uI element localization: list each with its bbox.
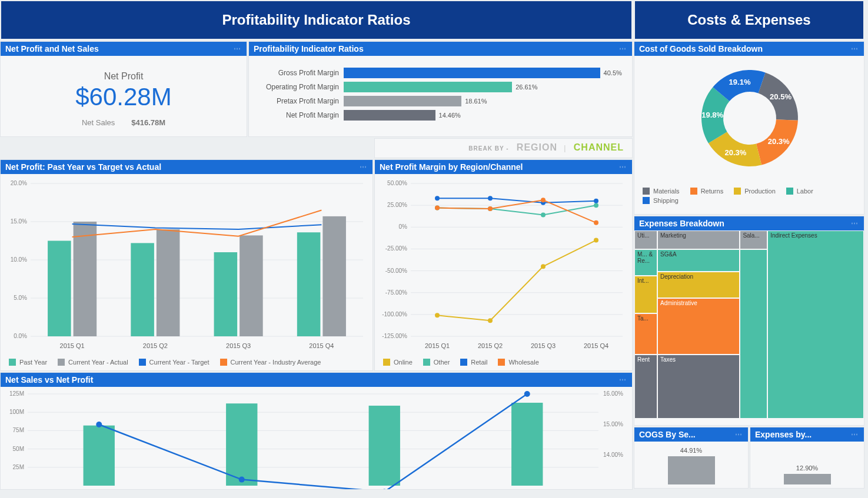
svg-rect-74 bbox=[511, 403, 543, 486]
svg-text:20.3%: 20.3% bbox=[768, 137, 790, 146]
svg-rect-16 bbox=[214, 252, 238, 336]
treemap-cell[interactable]: Sala... bbox=[740, 230, 767, 249]
panel-header: Cost of Goods Sold Breakdown ⋯ bbox=[634, 42, 864, 56]
panel-menu-icon[interactable]: ⋯ bbox=[851, 219, 859, 228]
breakby-label: BREAK BY - bbox=[468, 145, 508, 152]
panel-menu-icon[interactable]: ⋯ bbox=[735, 430, 743, 439]
panel-header: COGS By Se... ⋯ bbox=[634, 427, 748, 442]
svg-text:10.0%: 10.0% bbox=[11, 256, 27, 263]
svg-point-77 bbox=[381, 489, 387, 489]
legend-item[interactable]: Current Year - Industry Average bbox=[220, 359, 321, 366]
hbar-value: 40.5% bbox=[604, 68, 622, 78]
svg-text:20.0%: 20.0% bbox=[11, 180, 27, 186]
panel-header: Profitability Indicator Ratios ⋯ bbox=[249, 42, 632, 56]
panel-menu-icon[interactable]: ⋯ bbox=[619, 376, 627, 384]
mini-bar-label: 44.91% bbox=[668, 447, 715, 454]
panel-pir: Profitability Indicator Ratios ⋯ Gross P… bbox=[248, 41, 633, 137]
panel-menu-icon[interactable]: ⋯ bbox=[234, 45, 242, 53]
legend-item[interactable]: Current Year - Target bbox=[139, 359, 209, 366]
hbar-fill bbox=[344, 110, 435, 121]
legend-item[interactable]: Wholesale bbox=[498, 359, 538, 366]
svg-text:14.00%: 14.00% bbox=[603, 452, 623, 458]
panel-header: Expenses by... ⋯ bbox=[750, 427, 864, 442]
svg-text:25M: 25M bbox=[13, 464, 24, 470]
hbar-row: Operating Profit Margin26.61% bbox=[252, 82, 628, 92]
svg-rect-14 bbox=[157, 229, 180, 336]
svg-text:125M: 125M bbox=[9, 390, 24, 397]
svg-text:50.00%: 50.00% bbox=[387, 180, 407, 186]
mini-bar: 12.90% bbox=[784, 474, 831, 484]
hbar-label: Net Profit Margin bbox=[252, 111, 344, 119]
hbar-fill bbox=[344, 68, 600, 78]
svg-rect-71 bbox=[84, 426, 115, 486]
treemap-cell[interactable] bbox=[740, 249, 767, 419]
treemap-cell[interactable]: SG&A bbox=[657, 249, 740, 272]
svg-text:-125.00%: -125.00% bbox=[382, 333, 407, 339]
treemap-cell[interactable]: Rent bbox=[634, 355, 657, 419]
svg-rect-73 bbox=[369, 406, 400, 486]
legend-item[interactable]: Materials bbox=[643, 188, 680, 195]
legend-item[interactable]: Past Year bbox=[9, 359, 47, 366]
svg-rect-17 bbox=[240, 235, 263, 336]
breakby-option-region[interactable]: REGION bbox=[517, 142, 557, 152]
hbar-row: Pretax Profit Margin18.61% bbox=[252, 96, 628, 106]
treemap-cell[interactable]: Uti... bbox=[634, 230, 657, 249]
panel-net-profit: Net Profit and Net Sales ⋯ Net Profit $6… bbox=[0, 41, 247, 137]
legend-item[interactable]: Production bbox=[734, 188, 776, 195]
svg-rect-11 bbox=[74, 222, 97, 336]
svg-rect-10 bbox=[48, 241, 71, 337]
panel-title: Net Profit Margin by Region/Channel bbox=[380, 162, 523, 172]
treemap-cell[interactable]: Depreciation bbox=[657, 272, 740, 298]
svg-text:50M: 50M bbox=[13, 446, 24, 452]
legend-item[interactable]: Labor bbox=[786, 188, 813, 195]
legend-item[interactable]: Shipping bbox=[643, 197, 679, 204]
svg-text:19.8%: 19.8% bbox=[701, 111, 723, 119]
svg-text:100M: 100M bbox=[9, 409, 24, 415]
panel-menu-icon[interactable]: ⋯ bbox=[851, 45, 859, 53]
svg-text:2015 Q4: 2015 Q4 bbox=[584, 342, 608, 349]
panel-header: Net Profit and Net Sales ⋯ bbox=[1, 42, 247, 56]
chart-expenses-treemap: Uti...M... & Re...Int...Ta...RentMarketi… bbox=[634, 230, 864, 419]
panel-cogs-by-se: COGS By Se... ⋯ 44.91% bbox=[634, 427, 749, 489]
net-sales-value: $416.78M bbox=[131, 118, 165, 127]
panel-header: Expenses Breakdown ⋯ bbox=[634, 216, 864, 230]
panel-menu-icon[interactable]: ⋯ bbox=[619, 163, 627, 171]
main-header-left: Profitability Indicator Ratios bbox=[1, 1, 631, 39]
panel-past-vs-target: Net Profit: Past Year vs Target vs Actua… bbox=[0, 159, 373, 371]
hbar-label: Pretax Profit Margin bbox=[252, 97, 344, 105]
panel-header: Net Profit: Past Year vs Target vs Actua… bbox=[1, 160, 373, 174]
treemap-cell[interactable]: M... & Re... bbox=[634, 249, 657, 276]
svg-text:2015 Q2: 2015 Q2 bbox=[478, 342, 503, 349]
panel-title: Profitability Indicator Ratios bbox=[254, 44, 364, 54]
legend-item[interactable]: Retail bbox=[460, 359, 487, 366]
panel-menu-icon[interactable]: ⋯ bbox=[619, 45, 627, 53]
svg-rect-13 bbox=[131, 243, 154, 336]
treemap-cell[interactable]: Marketing bbox=[657, 230, 740, 249]
legend-item[interactable]: Current Year - Actual bbox=[58, 359, 128, 366]
panel-sales-vs-profit: Net Sales vs Net Profit ⋯ 25M50M75M100M1… bbox=[0, 372, 633, 490]
treemap-cell[interactable]: Int... bbox=[634, 276, 657, 313]
treemap-cell[interactable]: Indirect Expenses bbox=[767, 230, 864, 419]
breakby-option-channel[interactable]: CHANNEL bbox=[574, 142, 624, 152]
svg-text:-100.00%: -100.00% bbox=[382, 311, 407, 317]
panel-cogs-donut: Cost of Goods Sold Breakdown ⋯ 20.5%20.3… bbox=[634, 41, 864, 215]
svg-text:15.00%: 15.00% bbox=[603, 421, 623, 427]
panel-menu-icon[interactable]: ⋯ bbox=[851, 430, 859, 439]
svg-text:-50.00%: -50.00% bbox=[385, 268, 407, 274]
chart-past-vs-target: 0.0%5.0%10.0%15.0%20.0%2015 Q12015 Q2201… bbox=[4, 178, 369, 354]
treemap-cell[interactable]: Administrative bbox=[657, 298, 740, 355]
legend-item[interactable]: Returns bbox=[690, 188, 724, 195]
legend-item[interactable]: Other bbox=[423, 359, 450, 366]
treemap-cell[interactable]: Ta... bbox=[634, 313, 657, 355]
legend-item[interactable]: Online bbox=[383, 359, 413, 366]
svg-text:19.1%: 19.1% bbox=[729, 78, 751, 86]
chart-sales-vs-profit: 25M50M75M100M125M14.00%15.00%16.00% bbox=[4, 390, 628, 489]
treemap-cell[interactable]: Taxes bbox=[657, 355, 740, 419]
svg-text:2015 Q2: 2015 Q2 bbox=[143, 342, 168, 349]
svg-text:16.00%: 16.00% bbox=[603, 390, 623, 397]
svg-rect-72 bbox=[226, 403, 257, 486]
panel-title: Cost of Goods Sold Breakdown bbox=[639, 44, 763, 54]
svg-text:0.0%: 0.0% bbox=[14, 333, 27, 339]
main-header-right: Costs & Expenses bbox=[635, 1, 863, 39]
panel-menu-icon[interactable]: ⋯ bbox=[360, 163, 368, 171]
